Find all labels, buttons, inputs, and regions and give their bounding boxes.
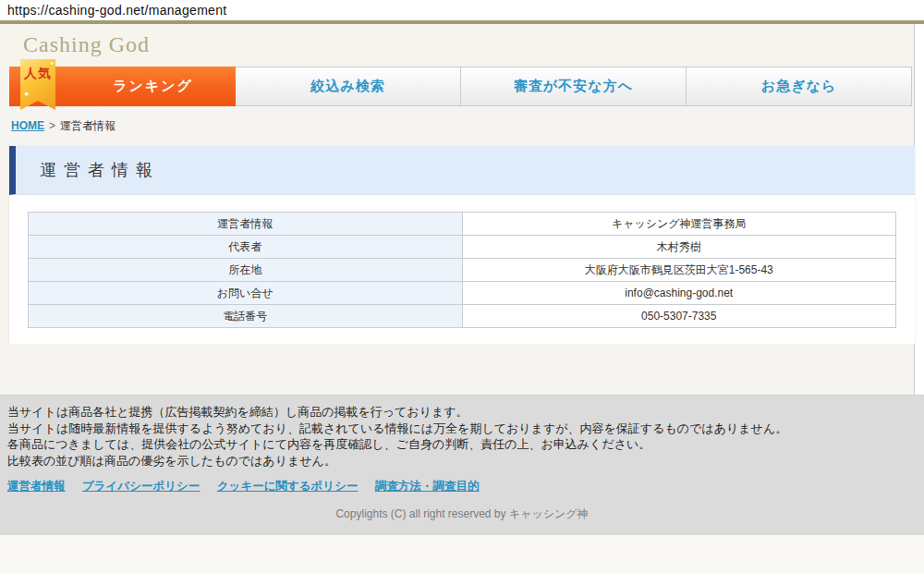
tab-label: ランキング bbox=[52, 78, 193, 95]
row-label: 運営者情報 bbox=[29, 213, 463, 236]
sparkle-icon: ✦ bbox=[23, 90, 30, 99]
table-row: 代表者 木村秀樹 bbox=[29, 236, 896, 259]
breadcrumb-current: 運営者情報 bbox=[60, 119, 116, 132]
footer-disclaimer: 各商品につきましては、提供会社の公式サイトにて内容を再度確認し、ご自身の判断、責… bbox=[7, 436, 917, 453]
main-nav: 人気 ✦ ✦ ランキング 絞込み検索 審査が不安な方へ お急ぎなら bbox=[9, 67, 914, 106]
tab-urgent[interactable]: お急ぎなら bbox=[686, 67, 912, 106]
footer-link-privacy-policy[interactable]: プライバシーポリシー bbox=[82, 480, 200, 493]
row-label: 所在地 bbox=[29, 259, 463, 282]
table-row: 運営者情報 キャッシング神運営事務局 bbox=[29, 213, 896, 236]
breadcrumb-separator: > bbox=[49, 119, 55, 132]
tab-label: 審査が不安な方へ bbox=[514, 78, 633, 95]
row-value: 050-5307-7335 bbox=[462, 305, 896, 328]
page-container: Cashing God 人気 ✦ ✦ ランキング 絞込み検索 審査が不安な方へ … bbox=[0, 24, 915, 395]
footer-disclaimer: 当サイトは商品各社と提携（広告掲載契約を締結）し商品の掲載を行っております。 bbox=[7, 404, 917, 421]
row-value: info@cashing-god.net bbox=[462, 282, 896, 305]
operator-info-table: 運営者情報 キャッシング神運営事務局 代表者 木村秀樹 所在地 大阪府大阪市鶴見… bbox=[28, 212, 896, 328]
site-header: Cashing God bbox=[0, 24, 914, 67]
popular-ribbon-icon: 人気 ✦ ✦ bbox=[20, 59, 55, 110]
footer-disclaimer: 比較表の並び順は商品の優劣を示したものではありません。 bbox=[7, 453, 917, 469]
table-row: 所在地 大阪府大阪市鶴見区茨田大宮1-565-43 bbox=[29, 259, 896, 282]
footer-link-operator-info[interactable]: 運営者情報 bbox=[7, 480, 66, 493]
bottom-strip bbox=[0, 535, 924, 573]
page-title: 運営者情報 bbox=[9, 146, 915, 195]
site-footer: 当サイトは商品各社と提携（広告掲載契約を締結）し商品の掲載を行っております。 当… bbox=[0, 395, 924, 535]
breadcrumb-home-link[interactable]: HOME bbox=[11, 119, 44, 132]
table-row: お問い合せ info@cashing-god.net bbox=[29, 282, 896, 305]
sparkle-icon: ✦ bbox=[49, 60, 55, 67]
browser-url-bar[interactable]: https://cashing-god.net/management bbox=[0, 0, 924, 20]
tab-label: 絞込み検索 bbox=[310, 78, 384, 95]
row-value: 木村秀樹 bbox=[462, 236, 896, 259]
footer-link-cookie-policy[interactable]: クッキーに関するポリシー bbox=[217, 480, 359, 493]
tab-ranking[interactable]: 人気 ✦ ✦ ランキング bbox=[9, 67, 236, 106]
row-label: 代表者 bbox=[29, 236, 463, 259]
copyright-notice: Copylights (C) all right reserved by キャッ… bbox=[7, 506, 917, 522]
table-row: 電話番号 050-5307-7335 bbox=[29, 305, 896, 328]
breadcrumb: HOME>運営者情報 bbox=[0, 106, 914, 146]
tab-filter-search[interactable]: 絞込み検索 bbox=[235, 67, 461, 106]
tab-label: お急ぎなら bbox=[761, 78, 836, 95]
row-value: 大阪府大阪市鶴見区茨田大宮1-565-43 bbox=[462, 259, 896, 282]
content-box: 運営者情報 運営者情報 キャッシング神運営事務局 代表者 木村秀樹 所在地 大阪… bbox=[9, 146, 915, 344]
row-value: キャッシング神運営事務局 bbox=[462, 213, 896, 236]
row-label: お問い合せ bbox=[29, 282, 463, 305]
footer-link-survey-method[interactable]: 調査方法・調査目的 bbox=[375, 480, 480, 493]
row-label: 電話番号 bbox=[29, 305, 463, 328]
footer-disclaimer: 当サイトは随時最新情報を提供するよう努めており、記載されている情報には万全を期し… bbox=[7, 421, 917, 437]
site-logo[interactable]: Cashing God bbox=[0, 24, 914, 57]
footer-links: 運営者情報 プライバシーポリシー クッキーに関するポリシー 調査方法・調査目的 bbox=[7, 479, 917, 494]
tab-screening-worry[interactable]: 審査が不安な方へ bbox=[460, 67, 687, 106]
content-gap bbox=[0, 344, 914, 395]
